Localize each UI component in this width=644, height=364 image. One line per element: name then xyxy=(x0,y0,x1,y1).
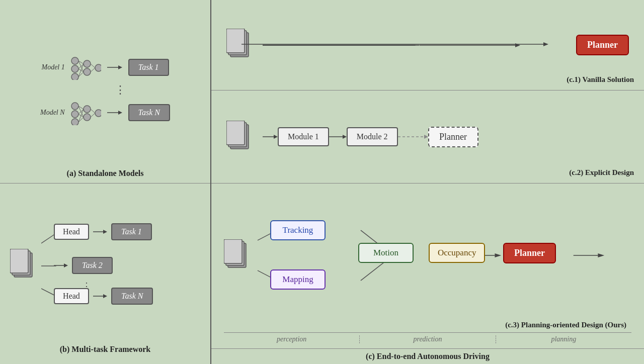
svg-marker-50 xyxy=(515,43,520,47)
taskN-box-a: Task N xyxy=(128,104,170,121)
svg-point-20 xyxy=(84,114,91,121)
bottom-labels: perception prediction planning xyxy=(224,332,631,346)
c3-occupancy: Occupancy xyxy=(429,243,485,263)
svg-point-4 xyxy=(84,68,91,75)
svg-point-3 xyxy=(84,60,91,67)
model1-label: Model 1 xyxy=(41,63,64,71)
section-c3: Tracking Mapping Motion Occupancy xyxy=(211,184,644,348)
c3-planner: Planner xyxy=(503,243,556,263)
section-a-caption: (a) Standalone Models xyxy=(67,169,144,178)
svg-rect-62 xyxy=(224,239,242,263)
task1-box-a: Task 1 xyxy=(128,59,169,76)
svg-rect-34 xyxy=(10,249,28,273)
svg-marker-68 xyxy=(495,253,501,257)
perception-label: perception xyxy=(224,335,360,343)
left-panel: Model 1 xyxy=(0,0,211,364)
svg-marker-15 xyxy=(118,65,122,69)
section-c1: Planner (c.1) Vanilla Solution xyxy=(211,0,644,90)
c2-planner: Planner xyxy=(428,127,478,147)
section-c2: Module 1 Module 2 Planner (c.2) Explicit… xyxy=(211,90,644,184)
modelN-label: Model N xyxy=(40,109,65,117)
svg-point-0 xyxy=(71,57,78,64)
svg-line-12 xyxy=(91,64,95,68)
planning-label: planning xyxy=(496,335,631,343)
svg-marker-59 xyxy=(424,135,428,139)
svg-point-16 xyxy=(71,103,78,110)
c3-caption: (c.3) Planning-oriented Design (Ours) xyxy=(224,321,631,329)
right-bottom-caption: (c) End-to-end Autonomous Driving xyxy=(211,348,644,364)
headN-box: Head xyxy=(54,288,89,304)
svg-marker-57 xyxy=(343,135,347,139)
svg-marker-55 xyxy=(274,135,278,139)
svg-marker-39 xyxy=(103,230,107,234)
c2-module1: Module 1 xyxy=(278,127,329,146)
svg-marker-43 xyxy=(103,294,107,298)
svg-marker-41 xyxy=(64,263,68,267)
c2-caption: (c.2) Explicit Design xyxy=(569,168,634,177)
svg-rect-46 xyxy=(226,29,245,53)
taskN-box-b: Task N xyxy=(111,288,153,305)
svg-point-17 xyxy=(71,111,78,118)
head1-box: Head xyxy=(54,224,89,240)
main-container: Model 1 xyxy=(0,0,644,364)
svg-rect-53 xyxy=(226,121,245,145)
right-panel: Planner (c.1) Vanilla Solution Module 1 … xyxy=(211,0,644,364)
svg-marker-70 xyxy=(598,253,604,257)
c1-planner: Planner xyxy=(576,35,629,55)
svg-line-29 xyxy=(91,113,95,117)
svg-point-1 xyxy=(71,65,78,72)
prediction-label: prediction xyxy=(360,335,496,343)
svg-point-2 xyxy=(71,73,78,80)
svg-point-18 xyxy=(71,119,78,125)
task1-box-b: Task 1 xyxy=(111,223,152,240)
c1-caption: (c.1) Vanilla Solution xyxy=(567,75,634,84)
c3-motion: Motion xyxy=(358,243,414,263)
svg-line-28 xyxy=(91,109,95,113)
c3-mapping: Mapping xyxy=(270,269,326,290)
section-a: Model 1 xyxy=(0,5,210,184)
c3-tracking: Tracking xyxy=(270,220,326,240)
svg-point-5 xyxy=(95,64,101,71)
c2-module2: Module 2 xyxy=(347,127,398,146)
svg-marker-31 xyxy=(118,111,122,115)
svg-point-21 xyxy=(95,110,101,117)
section-b: Head Task 1 Task 2 ⋮ Head xyxy=(0,184,210,359)
dots-a: ⋮ xyxy=(85,83,126,97)
svg-line-13 xyxy=(91,68,95,72)
section-b-caption: (b) Multi-task Framework xyxy=(60,345,150,354)
task2-box-b: Task 2 xyxy=(72,257,113,274)
svg-point-19 xyxy=(84,106,91,113)
